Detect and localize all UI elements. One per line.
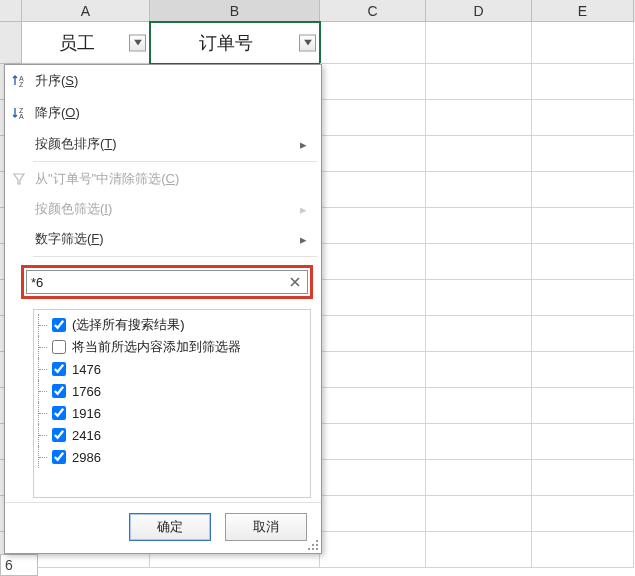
checkbox-value[interactable] bbox=[52, 384, 66, 398]
row-header-1[interactable] bbox=[0, 22, 22, 64]
cell-D11[interactable] bbox=[426, 388, 532, 424]
cell-A1-text: 员工 bbox=[59, 31, 95, 55]
cell-C10[interactable] bbox=[320, 352, 426, 388]
cell-E5[interactable] bbox=[532, 172, 634, 208]
column-header-row: A B C D E bbox=[0, 0, 635, 22]
cell-E1[interactable] bbox=[532, 22, 634, 64]
tree-item-label: 1766 bbox=[72, 384, 101, 399]
name-box-stub[interactable]: 6 bbox=[0, 554, 38, 576]
filter-by-color-item: 按颜色筛选(I) ▸ bbox=[5, 194, 321, 224]
cell-D12[interactable] bbox=[426, 424, 532, 460]
sort-by-color-item[interactable]: 按颜色排序(T) ▸ bbox=[5, 129, 321, 159]
cell-E14[interactable] bbox=[532, 496, 634, 532]
submenu-arrow-icon: ▸ bbox=[300, 232, 307, 247]
cell-C2[interactable] bbox=[320, 64, 426, 100]
clear-search-button[interactable] bbox=[287, 274, 303, 290]
search-input[interactable] bbox=[31, 275, 287, 290]
checkbox-add-current[interactable] bbox=[52, 340, 66, 354]
cell-D6[interactable] bbox=[426, 208, 532, 244]
cell-D1[interactable] bbox=[426, 22, 532, 64]
cell-E10[interactable] bbox=[532, 352, 634, 388]
cell-D9[interactable] bbox=[426, 316, 532, 352]
cell-E11[interactable] bbox=[532, 388, 634, 424]
tree-item[interactable]: 2416 bbox=[38, 424, 306, 446]
cell-D10[interactable] bbox=[426, 352, 532, 388]
cell-C11[interactable] bbox=[320, 388, 426, 424]
cell-C8[interactable] bbox=[320, 280, 426, 316]
resize-grip[interactable] bbox=[308, 540, 318, 550]
search-highlight-box bbox=[21, 265, 313, 299]
svg-text:A: A bbox=[19, 113, 24, 120]
cell-C7[interactable] bbox=[320, 244, 426, 280]
chevron-down-icon bbox=[134, 40, 142, 46]
cell-E3[interactable] bbox=[532, 100, 634, 136]
cell-D13[interactable] bbox=[426, 460, 532, 496]
cell-C9[interactable] bbox=[320, 316, 426, 352]
cell-B1-text: 订单号 bbox=[199, 31, 253, 55]
cell-C13[interactable] bbox=[320, 460, 426, 496]
tree-item[interactable]: 1476 bbox=[38, 358, 306, 380]
cell-E9[interactable] bbox=[532, 316, 634, 352]
row-1: 员工 订单号 bbox=[0, 22, 635, 64]
cell-E2[interactable] bbox=[532, 64, 634, 100]
number-filter-label: 数字筛选(F) bbox=[35, 230, 104, 248]
cell-C15[interactable] bbox=[320, 532, 426, 568]
cell-C5[interactable] bbox=[320, 172, 426, 208]
submenu-arrow-icon: ▸ bbox=[300, 137, 307, 152]
checkbox-select-all[interactable] bbox=[52, 318, 66, 332]
cell-D7[interactable] bbox=[426, 244, 532, 280]
cell-E4[interactable] bbox=[532, 136, 634, 172]
tree-item[interactable]: 1766 bbox=[38, 380, 306, 402]
checkbox-value[interactable] bbox=[52, 450, 66, 464]
cell-D3[interactable] bbox=[426, 100, 532, 136]
col-header-C[interactable]: C bbox=[320, 0, 426, 22]
cell-E8[interactable] bbox=[532, 280, 634, 316]
checkbox-value[interactable] bbox=[52, 406, 66, 420]
cell-C4[interactable] bbox=[320, 136, 426, 172]
cell-A1[interactable]: 员工 bbox=[22, 22, 150, 64]
ok-button[interactable]: 确定 bbox=[129, 513, 211, 541]
cell-D4[interactable] bbox=[426, 136, 532, 172]
cell-C14[interactable] bbox=[320, 496, 426, 532]
tree-add-current[interactable]: 将当前所选内容添加到筛选器 bbox=[38, 336, 306, 358]
cell-D14[interactable] bbox=[426, 496, 532, 532]
cell-E12[interactable] bbox=[532, 424, 634, 460]
cell-D2[interactable] bbox=[426, 64, 532, 100]
cell-C12[interactable] bbox=[320, 424, 426, 460]
select-all-corner[interactable] bbox=[0, 0, 22, 22]
cell-E13[interactable] bbox=[532, 460, 634, 496]
cell-E7[interactable] bbox=[532, 244, 634, 280]
col-header-D[interactable]: D bbox=[426, 0, 532, 22]
filter-button-B[interactable] bbox=[299, 34, 316, 51]
col-header-E[interactable]: E bbox=[532, 0, 634, 22]
cell-C3[interactable] bbox=[320, 100, 426, 136]
filter-button-A[interactable] bbox=[129, 34, 146, 51]
sort-asc-item[interactable]: AZ 升序(S) bbox=[5, 65, 321, 97]
sort-desc-item[interactable]: ZA 降序(O) bbox=[5, 97, 321, 129]
cell-E15[interactable] bbox=[532, 532, 634, 568]
tree-item[interactable]: 2986 bbox=[38, 446, 306, 468]
cell-D8[interactable] bbox=[426, 280, 532, 316]
tree-item[interactable]: 1916 bbox=[38, 402, 306, 424]
sort-desc-icon: ZA bbox=[10, 104, 28, 122]
checkbox-value[interactable] bbox=[52, 428, 66, 442]
sort-by-color-label: 按颜色排序(T) bbox=[35, 135, 117, 153]
cancel-button[interactable]: 取消 bbox=[225, 513, 307, 541]
col-header-A[interactable]: A bbox=[22, 0, 150, 22]
tree-item-label: 1916 bbox=[72, 406, 101, 421]
tree-select-all[interactable]: (选择所有搜索结果) bbox=[38, 314, 306, 336]
close-icon bbox=[290, 277, 300, 287]
number-filter-item[interactable]: 数字筛选(F) ▸ bbox=[5, 224, 321, 254]
cell-B1[interactable]: 订单号 bbox=[150, 22, 320, 64]
submenu-arrow-icon: ▸ bbox=[300, 202, 307, 217]
cell-C6[interactable] bbox=[320, 208, 426, 244]
col-header-B[interactable]: B bbox=[150, 0, 320, 22]
cell-C1[interactable] bbox=[320, 22, 426, 64]
checkbox-value[interactable] bbox=[52, 362, 66, 376]
cell-E6[interactable] bbox=[532, 208, 634, 244]
filter-values-tree[interactable]: (选择所有搜索结果) 将当前所选内容添加到筛选器 147617661916241… bbox=[33, 309, 311, 498]
tree-item-label: 2416 bbox=[72, 428, 101, 443]
cell-D15[interactable] bbox=[426, 532, 532, 568]
cell-D5[interactable] bbox=[426, 172, 532, 208]
tree-add-current-label: 将当前所选内容添加到筛选器 bbox=[72, 338, 241, 356]
